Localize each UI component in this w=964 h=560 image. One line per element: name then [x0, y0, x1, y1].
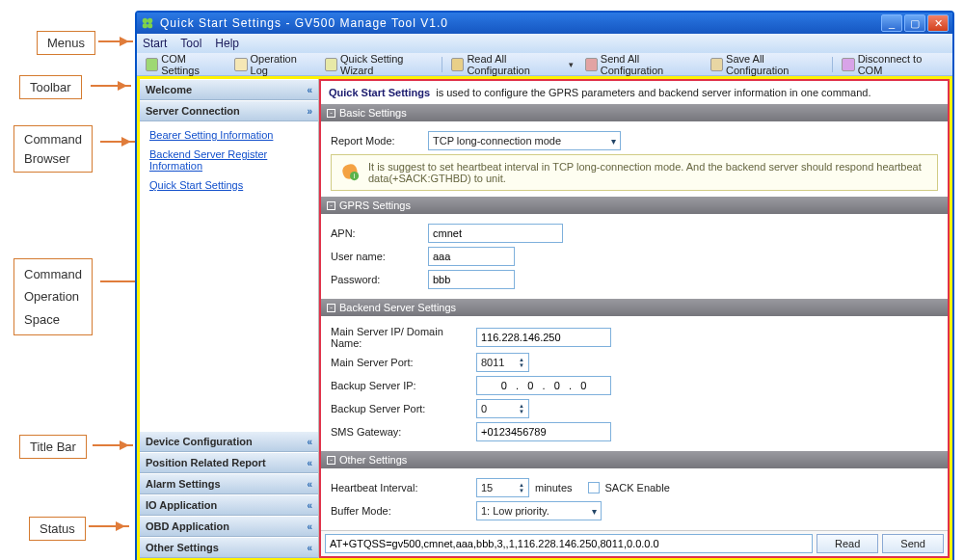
svg-point-0 — [143, 18, 147, 23]
section-backend-server[interactable]: -Backend Server Settings — [321, 299, 948, 316]
backup-server-port-spinner[interactable]: 0▲▼ — [476, 399, 529, 418]
link-bearer-setting[interactable]: Bearer Setting Information — [140, 125, 318, 145]
read-all-config-button[interactable]: Read All Configuration▾ — [446, 51, 577, 78]
sidebar-other-settings[interactable]: Other Settings« — [140, 537, 318, 558]
com-settings-button[interactable]: COM Settings — [141, 51, 228, 78]
chevron-down-icon: ▾ — [611, 136, 616, 147]
sidebar-links: Bearer Setting Information Backend Serve… — [140, 121, 318, 199]
chevron-up-icon: » — [307, 106, 312, 117]
backup-server-port-label: Backup Server Port: — [331, 403, 470, 414]
section-gprs-settings[interactable]: -GPRS Settings — [321, 197, 948, 214]
apn-label: APN: — [331, 227, 422, 239]
arrow — [100, 141, 135, 143]
annotation-title-bar: Title Bar — [19, 435, 87, 459]
spin-down-icon[interactable]: ▼ — [519, 488, 524, 493]
description: Quick Start Settings is used to configur… — [321, 81, 948, 104]
password-input[interactable] — [428, 270, 515, 289]
log-icon — [234, 58, 247, 71]
toolbar: COM Settings Operation Log Quick Setting… — [137, 53, 952, 76]
annotation-toolbar: Toolbar — [19, 75, 82, 99]
username-input[interactable] — [428, 247, 515, 266]
sack-enable-label: SACK Enable — [605, 482, 670, 493]
collapse-icon[interactable]: - — [327, 456, 335, 465]
annotation-command-browser: Command Browser — [13, 125, 93, 173]
command-input[interactable] — [325, 534, 813, 553]
apn-input[interactable] — [428, 224, 563, 243]
chevron-down-icon: « — [307, 458, 312, 468]
content-area: Welcome« Server Connection» Bearer Setti… — [137, 76, 952, 560]
save-all-config-button[interactable]: Save All Configuration — [706, 51, 829, 78]
collapse-icon[interactable]: - — [327, 201, 335, 210]
sidebar-server-connection[interactable]: Server Connection» — [140, 100, 318, 121]
quick-setting-wizard-button[interactable]: Quick Setting Wizard — [320, 51, 438, 78]
annotation-menus: Menus — [37, 31, 95, 55]
svg-point-2 — [143, 23, 147, 28]
chevron-down-icon: ▾ — [592, 506, 597, 517]
command-browser: Welcome« Server Connection» Bearer Setti… — [140, 79, 319, 558]
read-icon — [451, 58, 464, 71]
sidebar-position-report[interactable]: Position Related Report« — [140, 452, 318, 473]
close-button[interactable]: ✕ — [927, 14, 949, 32]
chevron-down-icon: « — [307, 543, 312, 553]
buffer-mode-label: Buffer Mode: — [331, 505, 470, 517]
collapse-icon[interactable]: - — [327, 304, 335, 312]
title-bar[interactable]: Quick Start Settings - GV500 Manage Tool… — [137, 13, 952, 34]
sidebar-obd-application[interactable]: OBD Application« — [140, 516, 318, 537]
collapse-icon[interactable]: - — [327, 109, 335, 118]
menu-start[interactable]: Start — [143, 37, 167, 50]
heartbeat-spinner[interactable]: 15▲▼ — [476, 478, 529, 497]
command-operation-space: Quick Start Settings is used to configur… — [319, 79, 950, 558]
send-icon — [585, 58, 598, 71]
report-mode-label: Report Mode: — [331, 135, 422, 147]
read-button[interactable]: Read — [817, 534, 878, 553]
minimize-button[interactable]: _ — [881, 14, 902, 32]
sidebar-device-configuration[interactable]: Device Configuration« — [140, 431, 318, 452]
command-bar: Read Send — [321, 530, 948, 556]
password-label: Password: — [331, 274, 422, 285]
menu-help[interactable]: Help — [215, 37, 239, 50]
sidebar-welcome[interactable]: Welcome« — [140, 79, 318, 100]
section-other-settings[interactable]: -Other Settings — [321, 451, 948, 468]
annotation-command-operation: Command Operation Space — [13, 258, 93, 335]
username-label: User name: — [331, 251, 422, 262]
heartbeat-label: Heartbeat Interval: — [331, 482, 470, 493]
heartbeat-unit: minutes — [535, 482, 573, 493]
backup-server-ip-input[interactable] — [476, 376, 611, 395]
spin-down-icon[interactable]: ▼ — [519, 362, 524, 368]
chevron-down-icon[interactable]: ▾ — [569, 60, 574, 69]
main-server-ip-input[interactable] — [476, 328, 611, 347]
maximize-button[interactable]: ▢ — [904, 14, 925, 32]
menu-tool[interactable]: Tool — [180, 37, 201, 50]
arrow — [93, 444, 133, 446]
gear-icon — [146, 58, 158, 71]
main-window: Quick Start Settings - GV500 Manage Tool… — [135, 11, 954, 560]
wizard-icon — [325, 58, 337, 71]
backup-server-ip-label: Backup Server IP: — [331, 380, 470, 391]
main-server-ip-label: Main Server IP/ Domain Name: — [331, 326, 470, 349]
main-server-port-spinner[interactable]: 8011▲▼ — [476, 353, 529, 372]
sms-gateway-input[interactable] — [476, 422, 611, 441]
arrow — [89, 525, 129, 527]
sidebar-alarm-settings[interactable]: Alarm Settings« — [140, 473, 318, 494]
chevron-down-icon: « — [307, 437, 312, 447]
spin-down-icon[interactable]: ▼ — [519, 409, 524, 414]
buffer-mode-select[interactable]: 1: Low priority.▾ — [476, 501, 602, 520]
sidebar-io-application[interactable]: IO Application« — [140, 494, 318, 516]
operation-log-button[interactable]: Operation Log — [229, 51, 317, 78]
link-backend-server-register[interactable]: Backend Server Register Information — [140, 145, 318, 175]
svg-point-1 — [147, 18, 152, 23]
window-title: Quick Start Settings - GV500 Manage Tool… — [160, 16, 879, 30]
sack-enable-checkbox[interactable] — [588, 482, 600, 493]
section-basic-settings[interactable]: -Basic Settings — [321, 104, 948, 121]
send-button[interactable]: Send — [882, 534, 944, 553]
link-quick-start-settings[interactable]: Quick Start Settings — [140, 175, 318, 195]
chevron-down-icon: « — [307, 500, 312, 511]
sms-gateway-label: SMS Gateway: — [331, 426, 470, 438]
disconnect-com-button[interactable]: Disconnect to COM — [837, 51, 949, 78]
svg-point-3 — [147, 23, 152, 28]
send-all-config-button[interactable]: Send All Configuration — [580, 51, 704, 78]
main-server-port-label: Main Server Port: — [331, 357, 470, 368]
save-icon — [710, 58, 723, 71]
report-mode-select[interactable]: TCP long-connection mode▾ — [428, 131, 621, 150]
hint-box: i It is suggest to set heartbeat interva… — [331, 154, 938, 191]
